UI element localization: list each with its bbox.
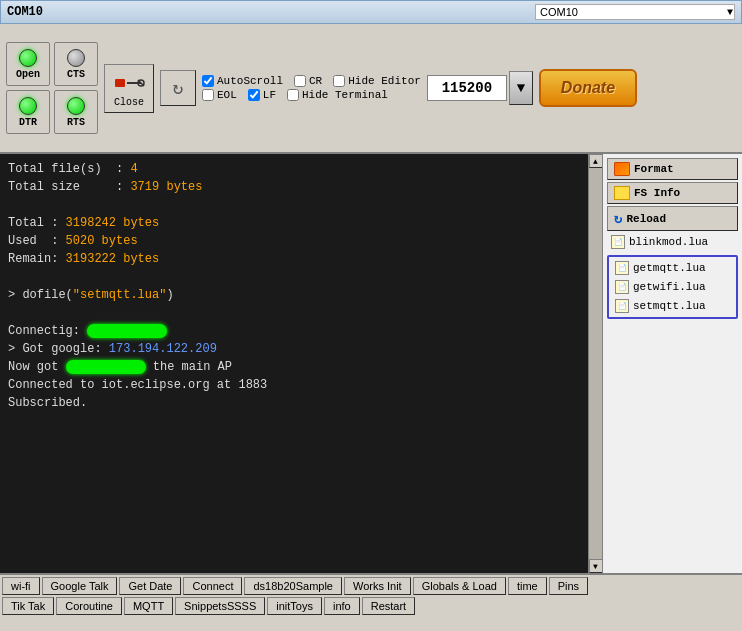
tab-button[interactable]: info [324, 597, 360, 615]
tab-row-1: wi-fiGoogle TalkGet DateConnectds18b20Sa… [0, 575, 742, 595]
terminal-line: Connected to iot.eclipse.org at 1883 [8, 376, 580, 394]
main-area: Total file(s) : 4 Total size : 3719 byte… [0, 154, 742, 573]
eol-row: EOL LF Hide Terminal [202, 89, 421, 101]
open-button[interactable]: Open [6, 42, 50, 86]
port-dropdown[interactable]: COM10 [535, 4, 735, 20]
tab-button[interactable]: Works Init [344, 577, 411, 595]
tab-button[interactable]: Coroutine [56, 597, 122, 615]
close-button[interactable]: Close [104, 64, 154, 113]
rts-led [67, 97, 85, 115]
fsinfo-icon [614, 186, 630, 200]
open-led [19, 49, 37, 67]
tab-button[interactable]: Tik Tak [2, 597, 54, 615]
checkboxes-group: AutoScroll CR Hide Editor EOL LF Hide Te… [202, 75, 421, 101]
tab-button[interactable]: ds18b20Sample [244, 577, 342, 595]
tab-button[interactable]: Connect [183, 577, 242, 595]
refresh-icon: ↻ [173, 77, 184, 99]
toolbar: Open CTS DTR RTS Close ↻ [0, 24, 742, 154]
tab-button[interactable]: Get Date [119, 577, 181, 595]
scroll-down-button[interactable]: ▼ [589, 559, 603, 573]
setmqtt-file[interactable]: 📄 setmqtt.lua [611, 297, 734, 315]
green-pill-1 [87, 324, 167, 338]
tab-button[interactable]: Restart [362, 597, 415, 615]
reload-button[interactable]: ↻ Reload [607, 206, 738, 231]
tab-button[interactable]: Pins [549, 577, 588, 595]
fsinfo-label: FS Info [634, 187, 680, 199]
tab-button[interactable]: initToys [267, 597, 322, 615]
bottom-tabs: wi-fiGoogle TalkGet DateConnectds18b20Sa… [0, 573, 742, 631]
green-pill-2 [66, 360, 146, 374]
tab-button[interactable]: time [508, 577, 547, 595]
led-buttons-group: Open CTS DTR RTS [6, 42, 98, 134]
dtr-button[interactable]: DTR [6, 90, 50, 134]
rts-label: RTS [67, 117, 85, 128]
autoscroll-label: AutoScroll [217, 75, 283, 87]
hide-editor-checkbox[interactable] [333, 75, 345, 87]
terminal-line: Connectig: [8, 322, 580, 340]
fsinfo-button[interactable]: FS Info [607, 182, 738, 204]
terminal[interactable]: Total file(s) : 4 Total size : 3719 byte… [0, 154, 588, 573]
refresh-button[interactable]: ↻ [160, 70, 196, 106]
terminal-line [8, 268, 580, 286]
cr-checkbox[interactable] [294, 75, 306, 87]
terminal-line: Total size : 3719 bytes [8, 178, 580, 196]
getmqtt-label: getmqtt.lua [633, 262, 706, 274]
cts-button[interactable]: CTS [54, 42, 98, 86]
tab-button[interactable]: MQTT [124, 597, 173, 615]
getwifi-file[interactable]: 📄 getwifi.lua [611, 278, 734, 296]
port-dropdown-wrapper: COM10 ▼ [535, 4, 735, 20]
tab-row-2: Tik TakCoroutineMQTTSnippetsSSSSinitToys… [0, 595, 742, 615]
close-icon [113, 69, 145, 97]
setmqtt-label: setmqtt.lua [633, 300, 706, 312]
tab-button[interactable]: Globals & Load [413, 577, 506, 595]
title-text: COM10 [7, 5, 43, 19]
hide-editor-label: Hide Editor [348, 75, 421, 87]
terminal-line: Subscribed. [8, 394, 580, 412]
terminal-line: > Got google: 173.194.122.209 [8, 340, 580, 358]
terminal-line: Now got the main AP [8, 358, 580, 376]
scroll-up-button[interactable]: ▲ [589, 154, 603, 168]
tab-button[interactable]: wi-fi [2, 577, 40, 595]
tab-button[interactable]: Google Talk [42, 577, 118, 595]
baud-rate-group: 115200 ▼ [427, 71, 533, 105]
scroll-track [589, 168, 603, 559]
baud-rate-display: 115200 [427, 75, 507, 101]
svg-rect-0 [115, 79, 125, 87]
open-label: Open [16, 69, 40, 80]
getwifi-icon: 📄 [615, 280, 629, 294]
getwifi-label: getwifi.lua [633, 281, 706, 293]
title-bar: COM10 COM10 ▼ [0, 0, 742, 24]
dtr-led [19, 97, 37, 115]
format-icon [614, 162, 630, 176]
hide-terminal-label: Hide Terminal [302, 89, 388, 101]
cts-led [67, 49, 85, 67]
hide-terminal-checkbox[interactable] [287, 89, 299, 101]
tab-button[interactable]: SnippetsSSSS [175, 597, 265, 615]
reload-label: Reload [626, 213, 666, 225]
terminal-line: > dofile("setmqtt.lua") [8, 286, 580, 304]
terminal-line [8, 196, 580, 214]
getmqtt-file[interactable]: 📄 getmqtt.lua [611, 259, 734, 277]
donate-button[interactable]: Donate [539, 69, 637, 107]
blinkmod-icon: 📄 [611, 235, 625, 249]
eol-label: EOL [217, 89, 237, 101]
lf-checkbox[interactable] [248, 89, 260, 101]
terminal-scrollbar[interactable]: ▲ ▼ [588, 154, 602, 573]
blinkmod-file[interactable]: 📄 blinkmod.lua [607, 233, 738, 251]
getmqtt-icon: 📄 [615, 261, 629, 275]
rts-button[interactable]: RTS [54, 90, 98, 134]
sidebar: Format FS Info ↻ Reload 📄 blinkmod.lua 📄… [602, 154, 742, 573]
terminal-line: Remain: 3193222 bytes [8, 250, 580, 268]
terminal-line: Total file(s) : 4 [8, 160, 580, 178]
eol-checkbox[interactable] [202, 89, 214, 101]
format-button[interactable]: Format [607, 158, 738, 180]
autoscroll-row: AutoScroll CR Hide Editor [202, 75, 421, 87]
reload-icon: ↻ [614, 210, 622, 227]
lf-label: LF [263, 89, 276, 101]
cts-label: CTS [67, 69, 85, 80]
blinkmod-label: blinkmod.lua [629, 236, 708, 248]
terminal-line: Total : 3198242 bytes [8, 214, 580, 232]
autoscroll-checkbox[interactable] [202, 75, 214, 87]
terminal-line: Used : 5020 bytes [8, 232, 580, 250]
baud-dropdown-button[interactable]: ▼ [509, 71, 533, 105]
